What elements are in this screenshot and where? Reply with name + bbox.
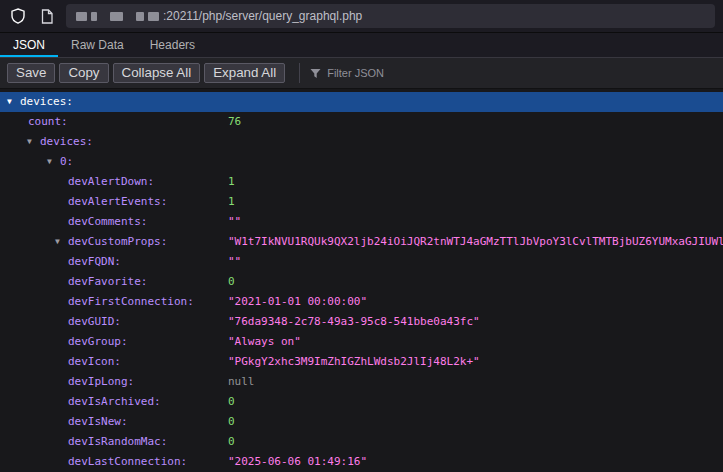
json-key: devIsRandomMac: bbox=[68, 435, 167, 448]
json-row[interactable]: devIsRandomMac:0 bbox=[0, 432, 723, 452]
json-key: devCustomProps: bbox=[68, 235, 167, 248]
json-key: devIcon: bbox=[68, 355, 121, 368]
json-key: count: bbox=[28, 115, 68, 128]
filter-json-input[interactable]: Filter JSON bbox=[299, 63, 384, 83]
json-row[interactable]: devComments:"" bbox=[0, 212, 723, 232]
expand-arrow-icon[interactable]: ▼ bbox=[55, 232, 60, 252]
json-row[interactable]: devIcon:"PGkgY2xhc3M9ImZhIGZhLWdsb2JlIj4… bbox=[0, 352, 723, 372]
json-key: devices: bbox=[40, 135, 93, 148]
json-row[interactable]: devGUID:"76da9348-2c78-49a3-95c8-541bbe0… bbox=[0, 312, 723, 332]
json-key: devAlertEvents: bbox=[68, 195, 167, 208]
tab-json[interactable]: JSON bbox=[0, 33, 58, 57]
json-tree: ▼devices:count:76▼devices:▼0:devAlertDow… bbox=[0, 89, 723, 472]
redacted-host-segment bbox=[76, 12, 87, 21]
json-key: devGUID: bbox=[68, 315, 121, 328]
json-key: devices: bbox=[20, 95, 73, 108]
json-key: 0: bbox=[60, 155, 73, 168]
json-value: "W1t7IkNVU1RQUk9QX2ljb24iOiJQR2tnWTJ4aGM… bbox=[228, 232, 723, 252]
json-key: devLastConnection: bbox=[68, 455, 187, 468]
json-value: "" bbox=[228, 212, 241, 232]
json-key: devIsArchived: bbox=[68, 395, 161, 408]
json-key: devFQDN: bbox=[68, 255, 121, 268]
json-row[interactable]: devIsArchived:0 bbox=[0, 392, 723, 412]
json-row[interactable]: devIsNew:0 bbox=[0, 412, 723, 432]
json-value: 76 bbox=[228, 112, 241, 132]
page-icon[interactable] bbox=[37, 5, 57, 27]
shield-icon[interactable] bbox=[8, 5, 28, 27]
browser-toolbar: :20211/php/server/query_graphql.php bbox=[0, 0, 723, 33]
collapse-all-button[interactable]: Collapse All bbox=[113, 63, 201, 83]
json-value: null bbox=[228, 372, 255, 392]
json-row[interactable]: ▼devCustomProps:"W1t7IkNVU1RQUk9QX2ljb24… bbox=[0, 232, 723, 252]
json-row[interactable]: devAlertEvents:1 bbox=[0, 192, 723, 212]
filter-funnel-icon bbox=[310, 68, 321, 79]
json-value: "76da9348-2c78-49a3-95c8-541bbe0a43fc" bbox=[228, 312, 480, 332]
json-value: 0 bbox=[228, 392, 235, 412]
json-key: devGroup: bbox=[68, 335, 128, 348]
json-value: 0 bbox=[228, 432, 235, 452]
expand-all-button[interactable]: Expand All bbox=[204, 63, 285, 83]
json-value: "2021-01-01 00:00:00" bbox=[228, 292, 367, 312]
json-value: "" bbox=[228, 252, 241, 272]
json-key: devAlertDown: bbox=[68, 175, 154, 188]
json-value: 0 bbox=[228, 272, 235, 292]
json-value: "2025-06-06 01:49:16" bbox=[228, 452, 367, 472]
save-button[interactable]: Save bbox=[7, 63, 55, 83]
json-row[interactable]: devFirstConnection:"2021-01-01 00:00:00" bbox=[0, 292, 723, 312]
json-value: 1 bbox=[228, 172, 235, 192]
json-row[interactable]: ▼devices: bbox=[0, 132, 723, 152]
json-key: devIsNew: bbox=[68, 415, 128, 428]
url-text: :20211/php/server/query_graphql.php bbox=[163, 9, 362, 23]
json-row[interactable]: devFavorite:0 bbox=[0, 272, 723, 292]
json-row[interactable]: devGroup:"Always on" bbox=[0, 332, 723, 352]
copy-button[interactable]: Copy bbox=[59, 63, 108, 83]
redacted-host-segment bbox=[136, 12, 144, 21]
json-value: "Always on" bbox=[228, 332, 301, 352]
json-key: devComments: bbox=[68, 215, 147, 228]
json-row[interactable]: devIpLong:null bbox=[0, 372, 723, 392]
json-key: devFavorite: bbox=[68, 275, 147, 288]
json-row[interactable]: ▼0: bbox=[0, 152, 723, 172]
json-row[interactable]: devLastConnection:"2025-06-06 01:49:16" bbox=[0, 452, 723, 472]
expand-arrow-icon[interactable]: ▼ bbox=[27, 132, 32, 152]
url-bar[interactable]: :20211/php/server/query_graphql.php bbox=[66, 4, 715, 28]
json-key: devIpLong: bbox=[68, 375, 134, 388]
json-row[interactable]: devFQDN:"" bbox=[0, 252, 723, 272]
redacted-host-segment bbox=[110, 12, 123, 21]
filter-placeholder: Filter JSON bbox=[327, 67, 384, 79]
json-row[interactable]: count:76 bbox=[0, 112, 723, 132]
json-row[interactable]: devAlertDown:1 bbox=[0, 172, 723, 192]
json-value: 1 bbox=[228, 192, 235, 212]
redacted-host-segment bbox=[148, 12, 159, 21]
json-value: 0 bbox=[228, 412, 235, 432]
redacted-host-segment bbox=[91, 12, 97, 21]
tab-raw-data[interactable]: Raw Data bbox=[58, 33, 137, 57]
json-value: "PGkgY2xhc3M9ImZhIGZhLWdsb2JlIj48L2k+" bbox=[228, 352, 480, 372]
expand-arrow-icon[interactable]: ▼ bbox=[7, 92, 12, 112]
expand-arrow-icon[interactable]: ▼ bbox=[47, 152, 52, 172]
json-key: devFirstConnection: bbox=[68, 295, 194, 308]
tab-headers[interactable]: Headers bbox=[137, 33, 208, 57]
json-row[interactable]: ▼devices: bbox=[0, 92, 723, 112]
json-toolbar: Save Copy Collapse All Expand All Filter… bbox=[0, 58, 723, 89]
json-viewer-tabbar: JSON Raw Data Headers bbox=[0, 33, 723, 58]
